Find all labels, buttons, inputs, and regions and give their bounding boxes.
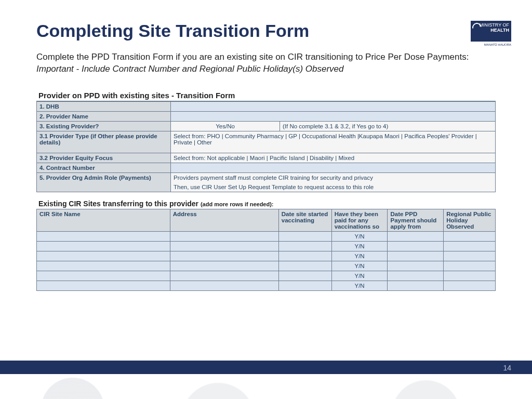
site-cell-paid-yn[interactable]: Y/N [331,261,388,271]
site-cell[interactable] [278,251,331,261]
site-cell[interactable] [444,261,496,271]
row-provider-type-value[interactable]: Select from: PHO | Community Pharmacy | … [171,131,496,153]
site-cell[interactable] [37,231,170,241]
sites-header-address: Address [170,209,278,231]
sites-header-paid: Have they been paid for any vaccinations… [331,209,388,231]
intro-text: Complete the PPD Transition Form if you … [36,51,473,75]
row-provider-name-label: 2. Provider Name [37,111,171,121]
site-cell[interactable] [170,261,278,271]
site-row: Y/N [37,281,496,290]
row-admin-role-label: 5. Provider Org Admin Role (Payments) [37,172,171,192]
site-cell[interactable] [37,271,170,281]
site-row: Y/N [37,271,496,281]
site-cell[interactable] [388,241,444,251]
site-row: Y/N [37,231,496,241]
sites-header-start-date: Date site started vaccinating [278,209,331,231]
logo-sub: MANATŪ HAUORA [484,43,511,47]
ministry-health-logo: MINISTRY OF HEALTH MANATŪ HAUORA [471,21,511,42]
site-cell[interactable] [278,231,331,241]
site-cell[interactable] [444,241,496,251]
sites-section-title-main: Existing CIR Sites transferring to this … [38,200,201,208]
site-cell-paid-yn[interactable]: Y/N [331,281,388,290]
site-cell-paid-yn[interactable]: Y/N [331,231,388,241]
site-cell[interactable] [278,261,331,271]
sites-header-ppd-date: Date PPD Payment should apply from [388,209,444,231]
site-cell[interactable] [278,241,331,251]
row-contract-number-value[interactable] [171,163,496,172]
site-cell[interactable] [278,271,331,281]
site-cell[interactable] [37,251,170,261]
site-cell[interactable] [170,231,278,241]
sites-header-holiday: Regional Public Holiday Observed [444,209,496,231]
sites-table: CIR Site Name Address Date site started … [36,209,496,291]
transition-form: Provider on PPD with existing sites - Tr… [36,90,496,291]
site-cell[interactable] [170,251,278,261]
row-admin-role-line2: Then, use CIR User Set Up Request Templa… [171,182,496,192]
site-cell[interactable] [37,241,170,251]
row-existing-provider-hint: (If No complete 3.1 & 3.2, if Yes go to … [280,121,496,131]
site-cell[interactable] [170,281,278,290]
row-dhb-label: 1. DHB [37,101,171,111]
site-cell[interactable] [388,281,444,290]
site-cell[interactable] [444,231,496,241]
sites-header-name: CIR Site Name [37,209,170,231]
intro-plain: Complete the PPD Transition Form if you … [36,52,469,62]
site-row: Y/N [37,261,496,271]
row-equity-focus-label: 3.2 Provider Equity Focus [37,153,171,163]
intro-emphasis: Important - Include Contract Number and … [36,64,344,74]
site-cell[interactable] [170,241,278,251]
site-cell[interactable] [388,231,444,241]
page-number: 14 [503,364,511,372]
slide-title: Completing Site Transition Form [36,21,496,41]
site-row: Y/N [37,241,496,251]
site-cell[interactable] [388,271,444,281]
site-cell-paid-yn[interactable]: Y/N [331,241,388,251]
site-row: Y/N [37,251,496,261]
row-provider-name-value[interactable] [171,111,496,121]
row-provider-type-label: 3.1 Provider Type (if Other please provi… [37,131,171,153]
site-cell[interactable] [37,261,170,271]
row-equity-focus-value[interactable]: Select from: Not applicable | Maori | Pa… [171,153,496,163]
site-cell-paid-yn[interactable]: Y/N [331,251,388,261]
provider-form-table: 1. DHB 2. Provider Name 3. Existing Prov… [36,101,496,192]
site-cell[interactable] [388,261,444,271]
row-dhb-value[interactable] [171,101,496,111]
site-cell-paid-yn[interactable]: Y/N [331,271,388,281]
row-contract-number-label: 4. Contract Number [37,163,171,172]
row-admin-role-line1: Providers payment staff must complete CI… [171,172,496,182]
footer-bar [0,361,532,374]
site-cell[interactable] [37,281,170,290]
background-pattern [0,352,532,399]
site-cell[interactable] [444,281,496,290]
site-cell[interactable] [388,251,444,261]
sites-section-title: Existing CIR Sites transferring to this … [36,197,496,209]
row-existing-provider-label: 3. Existing Provider? [37,121,171,131]
site-cell[interactable] [170,271,278,281]
row-existing-provider-yesno[interactable]: Yes/No [171,121,280,131]
site-cell[interactable] [278,281,331,290]
sites-section-title-note: (add more rows if needed): [201,201,274,207]
site-cell[interactable] [444,271,496,281]
form-section-title: Provider on PPD with existing sites - Tr… [36,90,496,101]
site-cell[interactable] [444,251,496,261]
